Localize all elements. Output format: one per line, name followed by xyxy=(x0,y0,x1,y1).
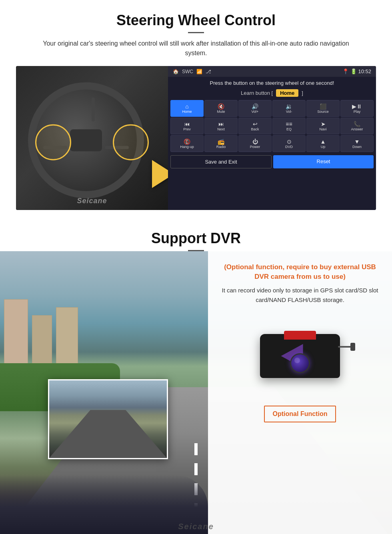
down-btn-label: Down xyxy=(352,145,362,149)
btn-dvd[interactable]: ⊙ DVD xyxy=(272,135,306,152)
btn-up[interactable]: ▲ Up xyxy=(306,135,340,152)
dvr-info-panel: (Optional function, require to buy exter… xyxy=(208,251,392,534)
usb-icon: ⎇ xyxy=(206,69,211,74)
play-btn-icon: ▶⏸ xyxy=(352,104,362,109)
btn-home[interactable]: ⌂ Home xyxy=(170,100,204,117)
source-btn-icon: ⬛ xyxy=(320,104,326,109)
dvr-inset-screenshot xyxy=(48,379,168,459)
btn-mute[interactable]: 🔇 Mute xyxy=(204,100,238,117)
optional-fn-container: Optional Function xyxy=(219,406,381,422)
swc-topbar: 🏠 SWC 📶 ⎇ 📍 🔋 10:52 xyxy=(168,66,376,77)
learn-prefix: Learn button [ xyxy=(241,90,273,96)
sw-hub xyxy=(70,129,102,151)
up-btn-label: Up xyxy=(321,145,326,149)
navi-btn-label: Navi xyxy=(319,128,326,131)
reset-button[interactable]: Reset xyxy=(273,155,374,168)
camera-top-red xyxy=(284,331,316,340)
camera-body xyxy=(260,334,340,378)
dvd-btn-icon: ⊙ xyxy=(287,139,292,144)
camera-connector xyxy=(338,346,352,348)
radio-btn-icon: 📻 xyxy=(218,139,224,144)
radio-btn-label: Radio xyxy=(216,145,226,149)
btn-down[interactable]: ▼ Down xyxy=(340,135,374,152)
swc-topbar-left: 🏠 SWC 📶 ⎇ xyxy=(173,69,211,74)
btn-volplus[interactable]: 🔊 Vol+ xyxy=(238,100,272,117)
circle-highlight-right xyxy=(113,124,149,160)
arrow-indicator xyxy=(152,160,168,188)
dvr-camera-illustration xyxy=(219,312,381,400)
swc-steering-photo: Seicane xyxy=(16,66,168,210)
swc-footer: Save and Exit Reset xyxy=(170,155,374,168)
signal-icon: 📶 xyxy=(196,69,202,74)
hangup-btn-icon: 📵 xyxy=(184,139,190,144)
up-btn-icon: ▲ xyxy=(320,139,326,144)
swc-button-grid: ⌂ Home 🔇 Mute 🔊 Vol+ 🔉 Vol- ⬛ Sourc xyxy=(168,100,376,154)
btn-source[interactable]: ⬛ Source xyxy=(306,100,340,117)
dvd-btn-label: DVD xyxy=(285,145,293,149)
btn-play[interactable]: ▶⏸ Play xyxy=(340,100,374,117)
dvr-optional-title: (Optional function, require to buy exter… xyxy=(219,262,381,282)
wifi-icon: 🔋 xyxy=(350,68,357,74)
swc-description: Your original car's steering wheel contr… xyxy=(32,39,360,58)
learn-suffix: ] xyxy=(302,90,303,96)
home-btn-label: Home xyxy=(182,110,192,114)
dvr-section: Support DVR Seicane (Optional function, … xyxy=(0,230,392,534)
learn-active[interactable]: Home xyxy=(276,89,298,97)
vehicle-silhouette xyxy=(0,475,208,534)
circle-highlight-left xyxy=(35,124,71,160)
dvr-screenshot-road xyxy=(49,410,167,458)
back-btn-icon: ↩ xyxy=(253,121,258,127)
btn-eq[interactable]: ≡≡ EQ xyxy=(272,118,306,134)
eq-btn-icon: ≡≡ xyxy=(286,121,292,127)
swc-divider xyxy=(188,32,204,33)
prev-btn-label: Prev xyxy=(183,128,191,131)
swc-left-brand: Seicane xyxy=(77,197,107,205)
home-btn-icon: ⌂ xyxy=(185,104,188,109)
btn-prev[interactable]: ⏮ Prev xyxy=(170,118,204,134)
btn-hangup[interactable]: 📵 Hang-up xyxy=(170,135,204,152)
volplus-btn-label: Vol+ xyxy=(252,110,259,114)
dvr-description: It can record video only to storage in G… xyxy=(219,286,381,305)
power-btn-label: Power xyxy=(250,145,260,149)
btn-volminus[interactable]: 🔉 Vol- xyxy=(272,100,306,117)
btn-power[interactable]: ⏻ Power xyxy=(238,135,272,152)
btn-answer[interactable]: 📞 Answer xyxy=(340,118,374,134)
volminus-btn-label: Vol- xyxy=(286,110,292,114)
answer-btn-label: Answer xyxy=(351,128,363,131)
swc-prompt: Press the button on the steering wheel o… xyxy=(168,77,376,88)
navi-btn-icon: ➤ xyxy=(321,121,326,127)
hangup-btn-label: Hang-up xyxy=(180,145,194,149)
dvr-image-block: Seicane (Optional function, require to b… xyxy=(0,251,392,534)
answer-btn-icon: 📞 xyxy=(354,121,360,127)
back-btn-label: Back xyxy=(251,128,259,131)
home-icon: 🏠 xyxy=(173,69,179,74)
swc-title: Steering Wheel Control xyxy=(16,12,376,29)
swc-image-block: Seicane 🏠 SWC 📶 ⎇ 📍 🔋 10:52 Press the bu… xyxy=(16,66,376,210)
swc-ui-panel: 🏠 SWC 📶 ⎇ 📍 🔋 10:52 Press the button on … xyxy=(168,66,376,210)
swc-label: SWC xyxy=(182,69,193,74)
prev-btn-icon: ⏮ xyxy=(184,121,190,127)
next-btn-label: Next xyxy=(217,128,225,131)
power-btn-icon: ⏻ xyxy=(252,139,258,144)
dvr-title: Support DVR xyxy=(0,230,392,247)
dvr-brand-watermark: Seicane xyxy=(178,522,214,531)
btn-radio[interactable]: 📻 Radio xyxy=(204,135,238,152)
volplus-btn-icon: 🔊 xyxy=(252,104,258,109)
btn-navi[interactable]: ➤ Navi xyxy=(306,118,340,134)
mute-btn-label: Mute xyxy=(217,110,225,114)
eq-btn-label: EQ xyxy=(286,128,292,131)
dvr-screenshot-scene xyxy=(49,380,167,458)
swc-section: Steering Wheel Control Your original car… xyxy=(0,0,392,218)
swc-time: 📍 🔋 10:52 xyxy=(342,68,371,74)
mute-btn-icon: 🔇 xyxy=(218,104,224,109)
camera-lens xyxy=(290,353,310,373)
optional-function-badge: Optional Function xyxy=(264,406,336,422)
down-btn-icon: ▼ xyxy=(354,139,360,144)
btn-back[interactable]: ↩ Back xyxy=(238,118,272,134)
next-btn-icon: ⏭ xyxy=(218,121,224,127)
swc-learn-bar: Learn button [ Home ] xyxy=(168,88,376,100)
btn-next[interactable]: ⏭ Next xyxy=(204,118,238,134)
save-exit-button[interactable]: Save and Exit xyxy=(170,155,272,168)
steering-wheel xyxy=(28,82,156,198)
gps-icon: 📍 xyxy=(342,68,349,74)
